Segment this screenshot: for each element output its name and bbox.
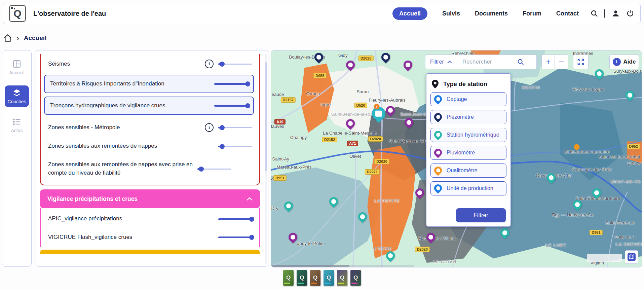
home-icon[interactable] [3, 34, 12, 42]
map-search-icon[interactable] [517, 58, 524, 66]
layer-row[interactable]: VIGICRUE Flash_vigilance crues [41, 228, 259, 247]
map-marker-station[interactable] [547, 173, 556, 183]
layer-row[interactable]: Territoires à Risques Importants d"Inond… [44, 75, 254, 93]
map-marker-station[interactable] [595, 69, 604, 79]
layers-icon [12, 88, 22, 98]
layer-row[interactable]: Zones sensibles - Métropolei [41, 118, 259, 137]
fullscreen-button[interactable] [573, 55, 589, 69]
map-marker-station[interactable] [626, 91, 635, 100]
filter-toggle-button[interactable]: Filtrer [425, 55, 457, 69]
layer-label: VIGICRUE Flash_vigilance crues [48, 233, 214, 242]
layer-row[interactable]: Tronçons hydrographiques de vigilance cr… [44, 97, 254, 115]
opacity-slider[interactable] [218, 61, 252, 67]
station-type-option-station-hydrom-trique[interactable]: Station hydrométrique [430, 128, 506, 142]
map-marker-qualitometre[interactable] [574, 144, 580, 150]
station-type-option-unit-de-production[interactable]: Unité de production [430, 181, 506, 195]
road-shield: D955 [313, 73, 326, 78]
route-number-badge: 1 [374, 104, 380, 110]
map-marker-pluviometre[interactable] [386, 106, 395, 115]
map-marker-station[interactable] [573, 200, 582, 210]
opacity-slider[interactable] [214, 103, 248, 108]
layer-label: APIC_vigilance précipitations [48, 215, 214, 223]
zoom-controls: + − [541, 55, 568, 69]
nav-icons [590, 9, 634, 18]
app-logo[interactable]: Q [9, 5, 26, 22]
partner-logo-6[interactable]: Q [350, 270, 361, 286]
opacity-slider[interactable] [214, 81, 248, 86]
map-marker-pluviometre[interactable] [346, 61, 355, 70]
layer-row[interactable]: Séismesi [41, 55, 259, 73]
nav-link-contact[interactable]: Contact [556, 7, 579, 20]
power-icon[interactable] [626, 9, 634, 17]
map-marker-pluviometre[interactable] [426, 233, 436, 242]
breadcrumb-current[interactable]: Accueil [24, 34, 47, 42]
partner-logo-3[interactable]: Q [310, 270, 320, 286]
partner-logo-4[interactable]: Q [324, 270, 334, 286]
sidebar-item-couches[interactable]: Couches [5, 85, 29, 107]
layer-label: Zones sensibles aux remontées de nappes [48, 142, 214, 150]
nav-link-forum[interactable]: Forum [523, 7, 541, 20]
map-search-input[interactable] [462, 58, 517, 66]
info-icon[interactable]: i [205, 60, 214, 68]
layer-row[interactable]: APIC_vigilance précipitations [41, 210, 259, 228]
sidebar-item-accueil[interactable]: Accueil [5, 57, 29, 78]
opacity-slider[interactable] [218, 125, 252, 130]
nav-link-documents[interactable]: Documents [475, 7, 508, 20]
opacity-slider[interactable] [218, 234, 252, 240]
panel-scrollbar[interactable] [265, 54, 267, 264]
zoom-out-button[interactable]: − [555, 55, 568, 69]
map-marker-station[interactable] [592, 188, 602, 198]
opacity-slider[interactable] [218, 216, 252, 222]
road-shield: D2020 [374, 159, 389, 164]
nav-link-accueil[interactable]: Accueil [392, 7, 427, 20]
opacity-slider[interactable] [197, 166, 231, 172]
zoom-in-button[interactable]: + [542, 55, 555, 69]
filter-toggle-label: Filtrer [430, 59, 444, 65]
map-marker-station-selected[interactable] [372, 107, 385, 122]
map-marker-station[interactable] [358, 212, 368, 222]
filter-search-box: Filtrer [425, 55, 537, 69]
map-canvas[interactable]: Boulay-les-BarresGidyRebréchienIngrannes… [271, 50, 642, 267]
station-type-option-pluviom-tre[interactable]: Pluviomètre [430, 146, 506, 160]
map-marker-station[interactable] [329, 197, 339, 207]
filter-submit-button[interactable]: Filtrer [456, 208, 506, 222]
station-type-option-captage[interactable]: Captage [430, 92, 506, 106]
map-search [457, 58, 536, 66]
map-marker-station[interactable] [500, 228, 510, 238]
nav-link-suivis[interactable]: Suivis [442, 7, 460, 20]
rail-item-label: Accueil [9, 70, 24, 75]
layer-row[interactable]: Zones sensibles aux remontées de nappes [41, 137, 259, 155]
map-marker-pluviometre[interactable] [289, 233, 298, 242]
legend-toggle-button[interactable] [625, 250, 638, 264]
partner-logo-1[interactable]: Q [283, 270, 294, 286]
help-button[interactable]: i Aide [609, 55, 639, 69]
layer-group-header-collapsed[interactable] [40, 250, 260, 254]
info-icon[interactable]: i [205, 123, 214, 132]
opacity-slider[interactable] [218, 144, 252, 149]
map-marker-piezometre[interactable] [314, 53, 324, 62]
map-marker-pluviometre[interactable] [415, 188, 425, 198]
fullscreen-icon [577, 58, 584, 66]
main-nav: AccueilSuivisDocumentsForumContact [392, 7, 579, 20]
partner-logo-band [284, 283, 290, 284]
station-type-label: Qualitomètre [447, 168, 478, 174]
partner-logo-5[interactable]: Q [337, 270, 347, 286]
map-marker-pluviometre[interactable] [346, 119, 355, 129]
dashboard-icon [12, 59, 22, 69]
map-horizontal-scrollbar[interactable] [271, 265, 414, 267]
road-shield: D2020 [415, 247, 429, 252]
map-marker-pluviometre[interactable] [405, 118, 414, 128]
layer-group-header[interactable]: Vigilance précipitations et crues [40, 189, 260, 208]
road-shield: A71 [347, 141, 358, 146]
station-type-option-pi-zom-tre[interactable]: Piézomètre [430, 110, 506, 124]
station-type-option-qualitom-tre[interactable]: Qualitomètre [430, 164, 506, 178]
map-marker-pluviometre[interactable] [404, 61, 413, 70]
user-icon[interactable] [611, 9, 620, 18]
partner-logo-2[interactable]: Q [297, 270, 307, 286]
map-marker-piezometre[interactable] [381, 53, 391, 62]
sidebar-item-actus[interactable]: Actus [5, 114, 29, 136]
search-icon[interactable] [590, 9, 598, 17]
layer-row[interactable]: Zones sensibles aux remontées de nappes … [41, 155, 259, 182]
map-marker-station[interactable] [284, 202, 294, 211]
map-marker-station[interactable] [386, 251, 395, 261]
